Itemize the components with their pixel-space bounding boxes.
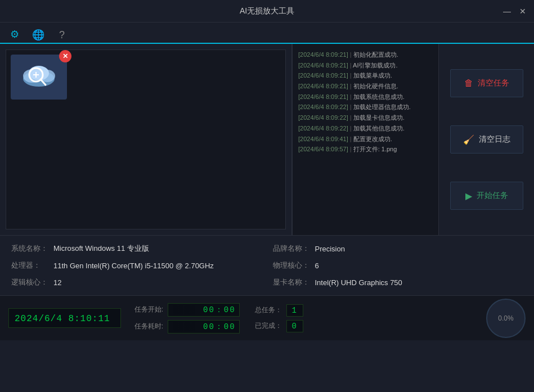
main-area: ✕ [2024/6/4 8:09:21] | 初始化配置成功.[2024/6/4… [0,44,534,235]
nav-help-icon[interactable]: ? [53,26,71,44]
task-elapsed-value: ▓▓▓▓ 00：00 [168,320,240,334]
log-entry: [2024/6/4 8:09:57] | 打开文件: 1.png [298,144,433,155]
log-entry: [2024/6/4 8:09:21] | AI引擎加载成功. [298,60,433,71]
log-entry: [2024/6/4 8:09:22] | 加载显卡信息成功. [298,112,433,123]
log-timestamp: [2024/6/4 8:09:21] [298,83,348,89]
cloud-magnify-icon [16,59,61,96]
info-value: Intel(R) UHD Graphics 750 [315,278,402,287]
log-message: 加载显卡信息成功. [353,114,405,121]
clear-log-label: 清空日志 [479,134,510,145]
log-timestamp: [2024/6/4 8:09:21] [298,93,348,100]
eraser-icon: 🧹 [463,134,474,145]
start-tasks-label: 开始任务 [477,191,508,201]
info-value: 11th Gen Intel(R) Core(TM) i5-11500 @ 2.… [53,262,214,270]
button-panel: 🗑 清空任务 🧹 清空日志 ▶ 开始任务 [438,44,534,235]
info-row: 物理核心： 6 [273,258,523,273]
info-row: 显卡名称： Intel(R) UHD Graphics 750 [273,275,523,290]
log-message: 打开文件: 1.png [353,146,397,152]
task-start-value: ▓▓▓▓ 00：00 [168,303,240,317]
log-message: 加载系统信息成功. [353,93,405,100]
log-message: 初始化配置成功. [353,51,398,58]
log-timestamp: [2024/6/4 8:09:41] [298,136,348,142]
log-entry: [2024/6/4 8:09:22] | 加载处理器信息成功. [298,102,433,112]
clock-display: 2024/6/4 8:10:11 [15,314,110,324]
log-entry: [2024/6/4 8:09:21] | 加载系统信息成功. [298,92,433,102]
total-tasks-value: 1 [286,304,303,317]
log-message: 配置更改成功. [353,136,392,142]
task-time-group: 任务开始: ▓▓▓▓ 00：00 任务耗时: ▓▓▓▓ 00：00 [132,303,240,334]
info-label: 系统名称： [11,244,53,254]
log-panel: [2024/6/4 8:09:21] | 初始化配置成功.[2024/6/4 8… [292,44,438,235]
log-message: 加载处理器信息成功. [353,103,411,110]
nav-settings-icon[interactable]: ⚙ [6,26,24,44]
info-row: 处理器： 11th Gen Intel(R) Core(TM) i5-11500… [11,258,262,273]
info-row: 逻辑核心： 12 [11,275,262,290]
log-content: [2024/6/4 8:09:21] | 初始化配置成功.[2024/6/4 8… [298,49,433,155]
task-image-container: ✕ [11,55,67,100]
task-thumbnail [11,55,67,100]
log-entry: [2024/6/4 8:09:22] | 加载其他信息成功. [298,123,433,134]
total-tasks-label: 总任务： [251,305,282,315]
info-label: 逻辑核心： [11,277,53,287]
log-timestamp: [2024/6/4 8:09:21] [298,62,348,69]
completed-value: 0 [286,320,303,332]
completed-label: 已完成： [251,321,282,331]
info-value: Microsoft Windows 11 专业版 [53,244,149,254]
nav-globe-icon[interactable]: 🌐 [29,26,47,44]
clear-log-button[interactable]: 🧹 清空日志 [450,125,523,154]
info-label: 处理器： [11,260,53,271]
status-bar: 2024/6/4 8:10:11 任务开始: ▓▓▓▓ 00：00 任务耗时: … [0,295,534,340]
info-row: 品牌名称： Precision [273,241,523,256]
log-timestamp: [2024/6/4 8:09:21] [298,72,348,79]
task-panel: ✕ [0,44,292,235]
progress-text: 0.0% [498,314,513,322]
task-count-group: 总任务： 1 已完成： 0 [251,304,303,332]
log-entry: [2024/6/4 8:09:41] | 配置更改成功. [298,134,433,145]
window-title: AI无损放大工具 [240,6,294,16]
trash-icon: 🗑 [464,78,473,88]
log-message: 加载菜单成功. [353,72,392,79]
info-row: 系统名称： Microsoft Windows 11 专业版 [11,241,262,256]
titlebar: AI无损放大工具 — ✕ [0,0,534,22]
info-label: 品牌名称： [273,244,315,254]
window-controls: — ✕ [501,6,528,17]
play-icon: ▶ [465,191,472,201]
task-elapsed-row: 任务耗时: ▓▓▓▓ 00：00 [132,320,240,334]
clear-tasks-label: 清空任务 [478,78,509,88]
log-timestamp: [2024/6/4 8:09:22] [298,114,348,121]
remove-task-button[interactable]: ✕ [59,50,71,62]
log-entry: [2024/6/4 8:09:21] | 初始化配置成功. [298,49,433,60]
log-entry: [2024/6/4 8:09:21] | 初始化硬件信息. [298,81,433,92]
info-label: 显卡名称： [273,277,315,287]
info-value: Precision [315,245,345,253]
clear-tasks-button[interactable]: 🗑 清空任务 [450,69,523,97]
completed-tasks-row: 已完成： 0 [251,320,303,332]
log-message: 初始化硬件信息. [353,83,398,89]
info-value: 12 [53,278,61,287]
info-value: 6 [315,262,319,270]
log-message: 加载其他信息成功. [353,125,405,132]
system-info-section: 系统名称： Microsoft Windows 11 专业版品牌名称： Prec… [0,235,534,295]
task-start-label: 任务开始: [132,305,163,314]
log-message: AI引擎加载成功. [353,62,397,69]
log-timestamp: [2024/6/4 8:09:21] [298,51,348,58]
navbar: ⚙ 🌐 ? [0,22,534,44]
log-timestamp: [2024/6/4 8:09:22] [298,125,348,132]
image-area: ✕ [6,49,286,229]
info-label: 物理核心： [273,260,315,271]
log-entry: [2024/6/4 8:09:21] | 加载菜单成功. [298,70,433,81]
log-timestamp: [2024/6/4 8:09:22] [298,103,348,110]
start-tasks-button[interactable]: ▶ 开始任务 [450,182,523,210]
progress-circle: 0.0% [486,299,526,338]
minimize-button[interactable]: — [501,6,513,17]
task-elapsed-label: 任务耗时: [132,322,163,331]
close-button[interactable]: ✕ [517,6,528,17]
log-timestamp: [2024/6/4 8:09:57] [298,146,348,152]
total-tasks-row: 总任务： 1 [251,304,303,317]
task-start-row: 任务开始: ▓▓▓▓ 00：00 [132,303,240,317]
digital-clock: 2024/6/4 8:10:11 [8,308,121,328]
